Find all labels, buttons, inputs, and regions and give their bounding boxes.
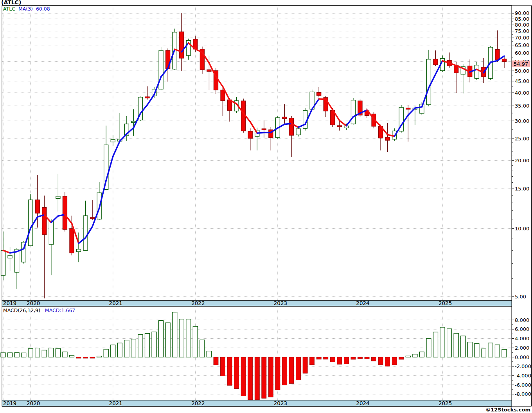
- candle-up: [111, 140, 115, 142]
- price-tick-label: 50.00: [515, 68, 529, 74]
- candle-down: [502, 59, 507, 62]
- macd-bar-positive: [488, 343, 493, 357]
- macd-bar-positive: [28, 348, 33, 357]
- candle-down: [70, 228, 74, 253]
- candle-up: [29, 200, 33, 246]
- chart-title: (ATLC): [1, 0, 21, 5]
- candle-up: [131, 121, 136, 122]
- macd-bar-negative: [351, 357, 356, 359]
- macd-tick-label: 4.000: [515, 336, 529, 341]
- macd-bar-negative: [324, 357, 328, 359]
- candle-up: [1, 250, 5, 275]
- symbol-label: ATLC: [3, 6, 15, 12]
- macd-bar-positive: [35, 348, 40, 357]
- price-tick-label: 65.00: [515, 42, 529, 48]
- ma-value: 60.08: [36, 6, 50, 12]
- macd-bar-positive: [56, 348, 60, 357]
- macd-bar-negative: [296, 357, 301, 380]
- macd-bar-positive: [193, 327, 198, 357]
- year-label: 2019: [3, 400, 16, 406]
- macd-bar-positive: [433, 332, 438, 357]
- macd-bar-positive: [8, 353, 13, 357]
- year-label: 2022: [191, 400, 205, 406]
- macd-tick-label: 8.000: [515, 317, 529, 323]
- macd-bar-negative: [310, 357, 315, 365]
- candle-up: [83, 216, 88, 251]
- macd-bar-negative: [378, 357, 383, 365]
- price-tick-label: 80.00: [515, 22, 529, 28]
- candle-up: [77, 249, 81, 251]
- price-tick-label: 75.00: [515, 28, 529, 34]
- macd-bar-positive: [186, 319, 191, 357]
- macd-bar-negative: [289, 357, 294, 384]
- year-label: 2024: [356, 300, 369, 306]
- candle-down: [63, 196, 67, 230]
- macd-bar-negative: [83, 357, 88, 358]
- ma-segment-rising: [284, 124, 291, 124]
- macd-bar-positive: [419, 352, 424, 357]
- candle-up: [296, 129, 300, 135]
- macd-bar-positive: [454, 333, 458, 357]
- chart-canvas: 2019201920202020202120212022202220232023…: [0, 0, 532, 413]
- macd-bar-positive: [152, 332, 156, 357]
- macd-bar-positive: [426, 338, 431, 357]
- price-tick-label: 70.00: [515, 35, 529, 41]
- year-label: 2020: [27, 300, 40, 306]
- price-tick-label: 15.00: [515, 186, 529, 192]
- macd-tick-label: 2.000: [515, 345, 529, 351]
- candle-down: [145, 97, 149, 98]
- macd-bar-positive: [406, 356, 410, 357]
- price-panel-legend: ATLC MA(3) 60.08: [3, 6, 50, 12]
- macd-bar-positive: [481, 349, 486, 357]
- macd-bar-negative: [248, 357, 253, 400]
- price-tick-label: 85.00: [515, 16, 529, 22]
- candle-up: [56, 196, 60, 198]
- macd-bar-positive: [42, 350, 47, 357]
- watermark: ©12Stocks.com: [485, 407, 530, 413]
- macd-bar-positive: [165, 323, 170, 357]
- macd-bar-positive: [447, 329, 452, 357]
- candle-up: [426, 59, 431, 104]
- year-label: 2023: [274, 300, 287, 306]
- candle-up: [8, 255, 12, 258]
- macd-bar-negative: [392, 357, 397, 365]
- macd-bar-positive: [1, 353, 5, 357]
- year-label: 2024: [356, 400, 369, 406]
- price-tick-label: 45.00: [515, 78, 529, 84]
- macd-value-label: MACD:1.667: [45, 307, 75, 313]
- year-label: 2021: [109, 300, 122, 306]
- macd-tick-label: -8.000: [515, 391, 531, 397]
- macd-bar-negative: [399, 357, 404, 359]
- macd-bar-negative: [385, 357, 390, 366]
- year-label: 2019: [3, 300, 16, 306]
- candle-up: [351, 100, 355, 124]
- year-label: 2022: [191, 300, 205, 306]
- price-tick-label: 30.00: [515, 118, 529, 124]
- year-label: 2021: [109, 400, 122, 406]
- macd-tick-label: 0.000: [515, 354, 529, 360]
- macd-panel-legend: MACD(26,12,9) MACD:1.667: [3, 307, 75, 313]
- macd-bar-negative: [76, 357, 81, 358]
- macd-bar-negative: [344, 357, 349, 364]
- macd-bar-positive: [413, 354, 417, 357]
- candle-down: [495, 50, 500, 60]
- macd-bar-positive: [69, 356, 74, 357]
- macd-bar-negative: [330, 357, 335, 362]
- macd-bar-positive: [467, 342, 472, 357]
- macd-tick-label: -2.000: [515, 363, 531, 369]
- macd-bar-positive: [474, 344, 479, 357]
- macd-bar-positive: [117, 343, 122, 357]
- macd-bar-negative: [372, 357, 376, 361]
- macd-bar-positive: [97, 356, 102, 357]
- macd-bar-negative: [365, 357, 369, 359]
- macd-bar-positive: [440, 327, 445, 357]
- candle-down: [221, 90, 225, 101]
- candle-down: [180, 32, 184, 58]
- price-tick-label: 25.00: [515, 136, 529, 142]
- price-tick-label: 90.00: [515, 10, 529, 16]
- candle-down: [35, 200, 40, 213]
- macd-bar-negative: [214, 357, 218, 365]
- candle-down: [317, 92, 321, 95]
- macd-bar-negative: [358, 357, 362, 359]
- candle-down: [42, 207, 47, 234]
